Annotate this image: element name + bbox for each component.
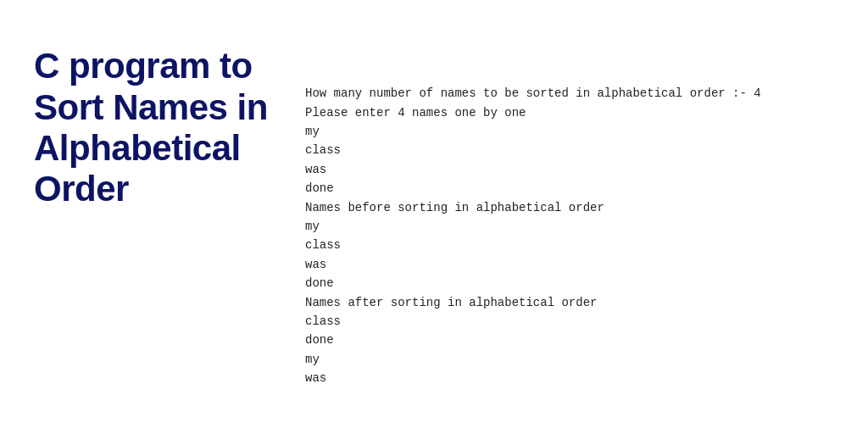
output-line: done — [305, 179, 834, 198]
output-line: class — [305, 141, 834, 159]
output-line: was — [305, 369, 834, 387]
output-line: my — [305, 350, 834, 369]
output-line: Names before sorting in alphabetical ord… — [305, 198, 834, 217]
output-line: done — [305, 331, 834, 349]
output-line: was — [305, 255, 834, 274]
title-line3: Alphabetical — [34, 128, 241, 168]
output-line: How many number of names to be sorted in… — [305, 84, 834, 103]
output-line: done — [305, 274, 834, 292]
title-line2: Sort Names in — [34, 87, 268, 127]
title-section: C program to Sort Names in Alphabetical … — [34, 46, 305, 209]
output-line: Please enter 4 names one by one — [305, 103, 834, 122]
output-line: my — [305, 217, 834, 236]
title-line4: Order — [34, 169, 129, 209]
output-section: How many number of names to be sorted in… — [305, 46, 834, 387]
output-line: class — [305, 236, 834, 254]
output-line: class — [305, 312, 834, 331]
output-line: was — [305, 160, 834, 179]
page-title: C program to Sort Names in Alphabetical … — [34, 46, 288, 209]
page-container: C program to Sort Names in Alphabetical … — [0, 12, 868, 421]
output-line: my — [305, 122, 834, 141]
output-line: Names after sorting in alphabetical orde… — [305, 293, 834, 312]
title-line1: C program to — [34, 46, 253, 86]
